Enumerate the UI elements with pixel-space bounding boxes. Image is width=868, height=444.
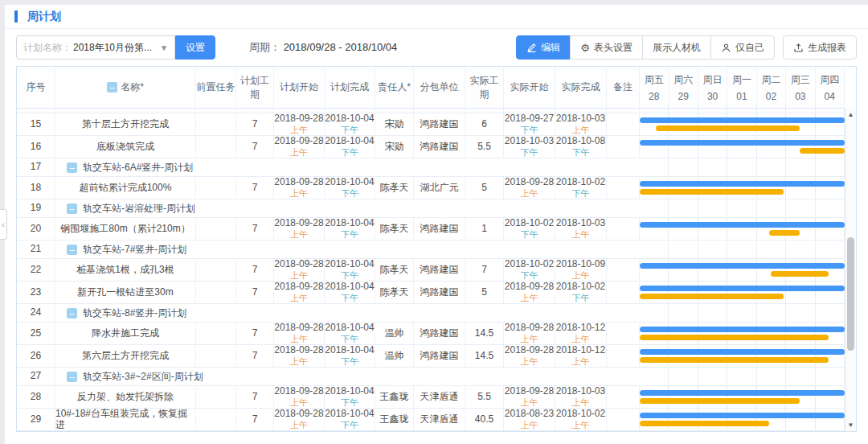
plan-bar — [640, 327, 845, 332]
table-row[interactable]: 2910#-18#台车组装完成，恢复掘进72018-09-28上午2018-10… — [17, 409, 845, 431]
gantt-weekday-label: 周五 — [645, 73, 664, 87]
plan-duration: 7 — [236, 345, 274, 367]
owner: 陈孝天 — [375, 177, 414, 199]
subcontractor-text: 湖北广元 — [420, 183, 459, 194]
table-group-row[interactable]: 19–轨交车站-岩溶处理-周计划 — [17, 199, 845, 218]
column-header: 计划开始 — [274, 67, 325, 108]
row-number: 28 — [17, 386, 55, 408]
group-name-cell: –轨交车站-8#竖井-周计划 — [55, 304, 640, 322]
subcontractor: 鸿路建国 — [414, 345, 465, 367]
ampm-value: 上午 — [521, 356, 538, 367]
vertical-scrollbar[interactable]: ▲ ▼ — [845, 109, 856, 431]
plan-select-value: 2018年10月份第... — [73, 41, 157, 55]
subcontractor-text: 鸿路建国 — [420, 119, 459, 130]
panel-collapse-handle[interactable]: ‹ — [0, 209, 7, 240]
settings-button[interactable]: 设置 — [175, 35, 215, 60]
table-group-row[interactable]: 21–轨交车站-7#竖井-周计划 — [17, 240, 845, 259]
table-row[interactable]: 25降水井施工完成72018-09-28上午2018-10-04下午温帅鸿路建国… — [17, 323, 845, 345]
collapse-icon[interactable]: – — [67, 308, 77, 319]
table-row[interactable]: 26第六层土方开挖完成72018-09-28上午2018-10-04下午温帅鸿路… — [17, 345, 845, 368]
edit-button[interactable]: 编辑 — [516, 35, 571, 60]
subcontractor-text: 鸿路建国 — [420, 351, 459, 362]
gantt-date-label: 03 — [795, 91, 805, 102]
task-name-text: 反力架、始发托架拆除 — [77, 392, 174, 403]
collapse-all-icon[interactable]: – — [107, 82, 117, 92]
ampm-value: 下午 — [521, 229, 538, 240]
plan-bar — [640, 349, 845, 355]
row-number: 20 — [17, 218, 55, 240]
date-value: 2018-10-02 — [556, 409, 605, 420]
row-number: 23 — [17, 282, 55, 303]
subcontractor: 鸿路建国 — [414, 113, 465, 135]
gantt-header: 周五28周六29周日30周一01周二02周三03周四04 — [640, 67, 845, 108]
person-icon — [721, 43, 731, 53]
ampm-value: 下午 — [341, 397, 358, 408]
date-value: 2018-10-04 — [325, 259, 374, 270]
ampm-value: 上午 — [290, 293, 308, 303]
owner: 陈孝天 — [375, 259, 414, 281]
date-value: 2018-08-23 — [505, 409, 554, 420]
pre-task — [196, 282, 236, 303]
table-group-row[interactable]: 24–轨交车站-8#竖井-周计划 — [17, 304, 845, 323]
table-group-row[interactable]: 27–轨交车站-3#~2#区间-周计划 — [17, 368, 845, 386]
column-header-label: 序号 — [27, 80, 46, 94]
gantt-day-column — [698, 368, 727, 385]
gantt-day-column — [698, 240, 727, 258]
plan-duration-text: 7 — [252, 224, 258, 235]
collapse-icon[interactable]: – — [67, 245, 77, 255]
table-row[interactable]: 15第十层土方开挖完成72018-09-28上午2018-10-04下午宋勋鸿路… — [17, 113, 845, 136]
date-value: 2018-10-04 — [325, 409, 374, 420]
row-number-text: 24 — [31, 307, 41, 319]
generate-report-button[interactable]: 生成报表 — [783, 35, 857, 60]
collapse-icon[interactable]: – — [67, 372, 77, 382]
cell — [414, 109, 465, 113]
plan-name-select[interactable]: 计划名称： 2018年10月份第... ▼ — [16, 35, 175, 60]
gantt-day-column — [669, 109, 698, 113]
table-row[interactable]: 18超前钻累计完成100%72018-09-28上午2018-10-04下午陈孝… — [17, 177, 845, 199]
table-group-row[interactable]: 17–轨交车站-6A#竖井-周计划 — [17, 158, 845, 177]
gantt-cell — [640, 282, 845, 303]
scroll-down-icon[interactable]: ▼ — [845, 421, 856, 429]
column-header-label: 名称* — [121, 80, 144, 94]
cell — [504, 109, 555, 113]
gantt-day-column — [669, 368, 698, 385]
gantt-cell — [640, 323, 845, 344]
date-value: 2018-09-28 — [505, 345, 554, 356]
table-row[interactable]: 22桩基浇筑1根，成孔3根72018-09-28上午2018-10-04下午陈孝… — [17, 259, 845, 282]
date-value: 2018-10-04 — [325, 218, 374, 229]
gantt-day-column — [727, 158, 756, 176]
column-header: 前置任务 — [196, 67, 236, 108]
show-resources-button[interactable]: 展示人材机 — [642, 35, 711, 60]
date-value: 2018-10-04 — [325, 323, 374, 334]
cell — [325, 109, 375, 113]
collapse-icon[interactable]: – — [67, 204, 77, 214]
actual-bar — [640, 189, 784, 195]
subcontractor-text: 天津盾通 — [420, 392, 459, 403]
table-row[interactable]: 28反力架、始发托架拆除72018-09-28上午2018-10-04下午王鑫珑… — [17, 386, 845, 409]
gantt-cell — [640, 218, 845, 240]
row-number-text: 17 — [31, 162, 41, 173]
header-settings-button[interactable]: ⚙ 表头设置 — [570, 35, 643, 60]
gantt-date-label: 01 — [736, 91, 747, 102]
table-row[interactable]: 20钢围堰施工80m（累计210m）72018-09-28上午2018-10-0… — [17, 218, 845, 240]
gantt-day-column — [640, 158, 669, 176]
edit-pencil-icon — [526, 43, 537, 53]
date-cell: 2018-09-28上午 — [504, 386, 555, 408]
table-row[interactable]: 23新开孔一根钻进至30m72018-09-28上午2018-10-04下午陈孝… — [17, 282, 845, 304]
plan-bar — [640, 222, 845, 228]
owner-text: 王鑫珑 — [380, 392, 409, 403]
scroll-thumb[interactable] — [847, 237, 854, 350]
ampm-value: 下午 — [572, 188, 590, 199]
column-header-label: 实际开始 — [510, 80, 549, 94]
ampm-value: 下午 — [521, 125, 538, 135]
only-me-button[interactable]: 仅自己 — [710, 35, 775, 60]
task-name-text: 超前钻累计完成100% — [80, 183, 172, 194]
table-row[interactable]: 16底板浇筑完成72018-09-28上午2018-10-04下午宋勋鸿路建国5… — [17, 136, 845, 158]
note — [607, 259, 640, 281]
ampm-value: 上午 — [290, 334, 308, 344]
date-value: 2018-09-28 — [505, 177, 554, 188]
gantt-day-column — [727, 109, 756, 113]
scroll-up-icon[interactable]: ▲ — [845, 111, 856, 118]
collapse-icon[interactable]: – — [67, 162, 77, 173]
owner-text: 宋勋 — [385, 119, 404, 130]
